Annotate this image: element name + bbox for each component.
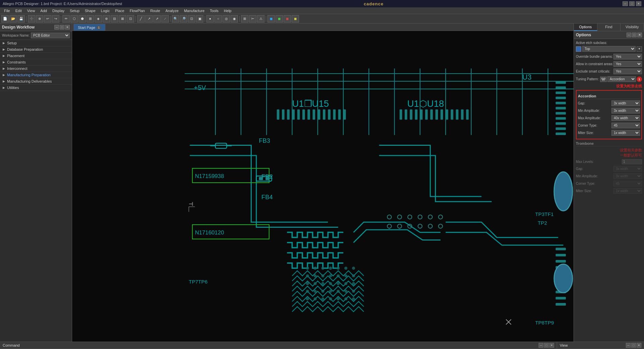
tb-t7[interactable]: ⊟ — [111, 15, 118, 23]
workflow-float-button[interactable]: □ — [60, 25, 64, 30]
etch-select-arrow[interactable]: ▼ — [637, 46, 642, 52]
tb-color2[interactable]: ◼ — [284, 15, 291, 23]
tb-route1[interactable]: ╱ — [137, 15, 145, 23]
tb-vis2[interactable]: ○ — [214, 15, 222, 23]
tromb-corner-label: Corner Type: — [576, 182, 613, 185]
tb-t6[interactable]: ⊛ — [103, 15, 110, 23]
acc-max-amp-select[interactable]: 40x width — [611, 115, 640, 121]
workspace-select[interactable]: PCB Editor — [31, 33, 70, 38]
acc-min-amp-select[interactable]: 3x width — [611, 108, 640, 114]
options-float-btn[interactable]: □ — [632, 33, 637, 37]
acc-miter-row: Miter Size: 1x width — [578, 130, 640, 136]
menu-edit[interactable]: Edit — [13, 7, 24, 14]
menu-place[interactable]: Place — [112, 7, 127, 14]
sidebar-item-constraints[interactable]: ▶ Constraints — [0, 59, 72, 66]
view-header: View ─ □ ✕ — [557, 342, 644, 349]
menu-view[interactable]: View — [24, 7, 38, 14]
cmd-close-btn[interactable]: ✕ — [549, 343, 554, 348]
tab-options[interactable]: Options — [574, 24, 597, 31]
tb-t9[interactable]: ⊡ — [127, 15, 134, 23]
exclude-smart-select[interactable]: Yes No — [613, 69, 642, 74]
tb-snap[interactable]: ⊕ — [36, 15, 43, 23]
menu-manufacture[interactable]: Manufacture — [181, 7, 207, 14]
view-float-btn[interactable]: □ — [631, 343, 636, 348]
tb-t2[interactable]: ⬡ — [70, 15, 78, 23]
tb-t4[interactable]: ⊞ — [87, 15, 94, 23]
svg-rect-32 — [400, 110, 402, 120]
minimize-button[interactable]: ─ — [623, 1, 628, 6]
menu-display[interactable]: Display — [50, 7, 67, 14]
tb-redo[interactable]: ↪ — [52, 15, 59, 23]
tromb-maxlevel-input[interactable] — [622, 159, 642, 164]
tb-new[interactable]: 📄 — [1, 15, 9, 23]
pcb-canvas[interactable]: U1❒U15 U1⬡U18 U3 FB3 FB2 FB4 N17159938 N… — [72, 31, 574, 342]
sidebar-item-interconnect[interactable]: ▶ Interconnect — [0, 66, 72, 72]
view-close-btn[interactable]: ✕ — [637, 343, 641, 348]
utilities-arrow: ▶ — [3, 86, 5, 89]
tb-color3[interactable]: ◼ — [292, 15, 299, 23]
sidebar-item-setup[interactable]: ▶ Setup — [0, 40, 72, 46]
menu-help[interactable]: Help — [221, 7, 234, 14]
menu-analyze[interactable]: Analyze — [163, 7, 181, 14]
close-button[interactable]: ✕ — [636, 1, 641, 6]
tuning-pattern-select[interactable]: Accordion Trombone — [607, 76, 636, 82]
tab-find[interactable]: Find — [597, 24, 621, 31]
tb-undo[interactable]: ↩ — [44, 15, 51, 23]
tb-save[interactable]: 💾 — [17, 15, 25, 23]
maximize-button[interactable]: □ — [629, 1, 635, 6]
tb-t1[interactable]: ✏ — [62, 15, 70, 23]
workflow-pin-button[interactable]: ─ — [54, 25, 59, 30]
allow-constraint-select[interactable]: Yes No — [613, 61, 642, 67]
tb-route3[interactable]: ⇗ — [153, 15, 161, 23]
tb-route4[interactable]: ⟋ — [161, 15, 169, 23]
tb-add[interactable]: ➕ — [28, 15, 35, 23]
acc-corner-select[interactable]: 45 — [611, 123, 640, 128]
tb-grid[interactable]: ⊞ — [241, 15, 248, 23]
override-bundle-select[interactable]: Yes No — [613, 54, 642, 59]
tb-vis1[interactable]: ● — [206, 15, 214, 23]
tb-t3[interactable]: ⬟ — [79, 15, 86, 23]
menu-tools[interactable]: Tools — [207, 7, 221, 14]
menu-flowplan[interactable]: FlowPlan — [127, 7, 147, 14]
tb-drc[interactable]: ⚠ — [257, 15, 264, 23]
sidebar-item-placement[interactable]: ▶ Placement — [0, 53, 72, 59]
tb-zoom-box[interactable]: ▣ — [196, 15, 203, 23]
tb-measure[interactable]: ⊢ — [249, 15, 256, 23]
menu-setup[interactable]: Setup — [67, 7, 82, 14]
tb-zoom-fit[interactable]: ⊡ — [188, 15, 195, 23]
tb-zoom-out[interactable]: 🔎 — [180, 15, 187, 23]
tb-layers[interactable]: ◼ — [267, 15, 275, 23]
workflow-close-button[interactable]: ✕ — [65, 25, 70, 30]
sidebar-item-utilities[interactable]: ▶ Utilities — [0, 85, 72, 91]
acc-miter-select[interactable]: 1x width — [611, 130, 640, 136]
options-close-btn[interactable]: ✕ — [637, 33, 642, 37]
etch-subclass-select[interactable]: Top — [582, 46, 636, 52]
svg-rect-60 — [556, 81, 566, 84]
sidebar-item-manufacturing-del[interactable]: ▶ Manufacturing Deliverables — [0, 78, 72, 85]
tb-t5[interactable]: ◈ — [95, 15, 102, 23]
view-minimize-btn[interactable]: ─ — [626, 343, 631, 348]
tb-zoom-in[interactable]: 🔍 — [172, 15, 179, 23]
sidebar-item-manufacturing-prep[interactable]: ▶ Manufacturing Preparation — [0, 72, 72, 78]
svg-point-99 — [321, 282, 324, 285]
menu-file[interactable]: File — [1, 7, 13, 14]
sidebar-item-database[interactable]: ▶ Database Preparation — [0, 46, 72, 53]
tb-t8[interactable]: ⊠ — [119, 15, 126, 23]
acc-gap-select[interactable]: 3x width — [611, 100, 640, 106]
svg-point-115 — [337, 297, 340, 300]
menu-logic[interactable]: Logic — [98, 7, 112, 14]
start-page-tab[interactable]: Start Page 1 — [73, 24, 105, 31]
setup-label: Setup — [7, 41, 17, 45]
menu-add[interactable]: Add — [38, 7, 50, 14]
menu-shape[interactable]: Shape — [82, 7, 98, 14]
tb-open[interactable]: 📂 — [9, 15, 17, 23]
cmd-float-btn[interactable]: □ — [544, 343, 549, 348]
menu-route[interactable]: Route — [148, 7, 163, 14]
tb-vis3[interactable]: ◎ — [222, 15, 230, 23]
tb-vis4[interactable]: ◉ — [231, 15, 238, 23]
tb-color1[interactable]: ◼ — [276, 15, 283, 23]
cmd-minimize-btn[interactable]: ─ — [539, 343, 543, 348]
options-pin-btn[interactable]: ─ — [627, 33, 631, 37]
tab-visibility[interactable]: Visibility — [621, 24, 644, 31]
tb-route2[interactable]: ↗ — [145, 15, 153, 23]
